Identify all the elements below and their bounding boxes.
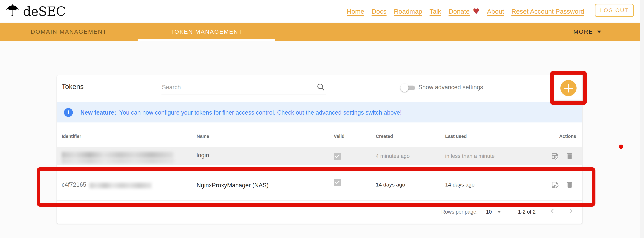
next-page-icon[interactable] [566, 207, 576, 216]
nav-link-docs[interactable]: Docs [372, 8, 386, 15]
nav-link-reset-password[interactable]: Reset Account Password [512, 8, 584, 15]
brand-name: deSEC [23, 4, 66, 19]
column-header-identifier: Identifier [62, 134, 81, 139]
desec-token-management-page: ☂ deSEC Home Docs Roadmap Talk Donate ♥ … [0, 0, 644, 238]
column-header-created: Created [376, 134, 393, 139]
chevron-down-icon[interactable] [497, 211, 501, 213]
info-icon: i [64, 108, 73, 117]
card-title: Tokens [62, 83, 84, 91]
banner-message: You can now configure your tokens for fi… [119, 109, 402, 116]
active-tab-indicator [138, 39, 275, 41]
search-icon[interactable] [316, 83, 325, 92]
tab-domain-management[interactable]: DOMAIN MANAGEMENT [0, 23, 138, 41]
banner-bold-prefix: New feature: [80, 109, 116, 116]
token-created: 14 days ago [376, 182, 405, 188]
token-created: 4 minutes ago [376, 153, 410, 159]
column-header-name: Name [196, 134, 209, 139]
banner-text: New feature: You can now configure your … [80, 109, 402, 116]
edit-token-icon[interactable] [551, 152, 559, 160]
umbrella-icon: ☂ [6, 3, 20, 18]
advanced-settings-label: Show advanced settings [418, 84, 483, 91]
delete-token-icon[interactable] [566, 152, 574, 160]
column-header-last-used: Last used [445, 134, 467, 139]
edit-token-icon[interactable] [551, 181, 559, 189]
toggle-knob [400, 84, 408, 92]
valid-checkbox[interactable] [334, 153, 341, 160]
row-divider [57, 201, 582, 201]
logout-button[interactable]: LOG OUT [595, 4, 634, 17]
tab-token-management[interactable]: TOKEN MANAGEMENT [138, 23, 275, 41]
more-menu-button[interactable]: MORE [574, 23, 601, 41]
page-scrollbar[interactable] [640, 0, 644, 238]
nav-link-home[interactable]: Home [347, 8, 364, 15]
token-last-used: 14 days ago [445, 182, 474, 188]
more-label: MORE [574, 28, 593, 35]
table-row-login-token: login 4 minutes ago in less than a minut… [57, 147, 582, 165]
search-field [162, 80, 326, 95]
redacted-identifier [62, 152, 174, 158]
token-identifier-prefix: c4f72165- [62, 181, 88, 188]
annotation-highlight-add-button [550, 71, 587, 105]
nav-link-roadmap[interactable]: Roadmap [394, 8, 422, 15]
search-input[interactable] [162, 82, 312, 93]
plus-icon [568, 84, 569, 93]
token-name: login [196, 152, 209, 159]
column-header-valid: Valid [334, 134, 344, 139]
nav-link-donate[interactable]: Donate [448, 8, 470, 15]
redacted-identifier [62, 158, 174, 163]
previous-page-icon[interactable] [548, 207, 557, 216]
chevron-down-icon [597, 31, 601, 33]
nav-link-about[interactable]: About [487, 8, 504, 15]
header-nav: Home Docs Roadmap Talk Donate ♥ About Re… [347, 0, 584, 23]
redacted-identifier [90, 183, 152, 188]
heart-icon: ♥ [473, 7, 480, 15]
tokens-card: Tokens Show advanced settings i New feat… [57, 75, 582, 224]
top-header: ☂ deSEC Home Docs Roadmap Talk Donate ♥ … [0, 0, 640, 23]
select-underline [485, 219, 503, 219]
rows-per-page-label: Rows per page: [441, 209, 478, 215]
token-last-used: in less than a minute [445, 153, 495, 159]
valid-checkbox[interactable] [334, 179, 341, 186]
add-token-button[interactable] [560, 80, 576, 96]
advanced-settings-toggle[interactable] [400, 83, 420, 92]
table-row-nginx-token: c4f72165- 14 days ago 14 days ago [57, 173, 582, 201]
rows-per-page-select[interactable]: 10 [486, 209, 492, 215]
pagination-range: 1-2 of 2 [518, 209, 536, 215]
annotation-red-dot [619, 144, 623, 149]
main-tabbar: DOMAIN MANAGEMENT TOKEN MANAGEMENT MORE [0, 23, 640, 41]
page-body: Tokens Show advanced settings i New feat… [0, 41, 640, 238]
new-feature-banner: i New feature: You can now configure you… [57, 102, 582, 122]
brand-logo[interactable]: ☂ deSEC [6, 0, 66, 23]
delete-token-icon[interactable] [566, 181, 574, 189]
nav-link-talk[interactable]: Talk [430, 8, 441, 15]
token-name-input[interactable] [196, 179, 318, 192]
column-header-actions: Actions [530, 134, 576, 139]
